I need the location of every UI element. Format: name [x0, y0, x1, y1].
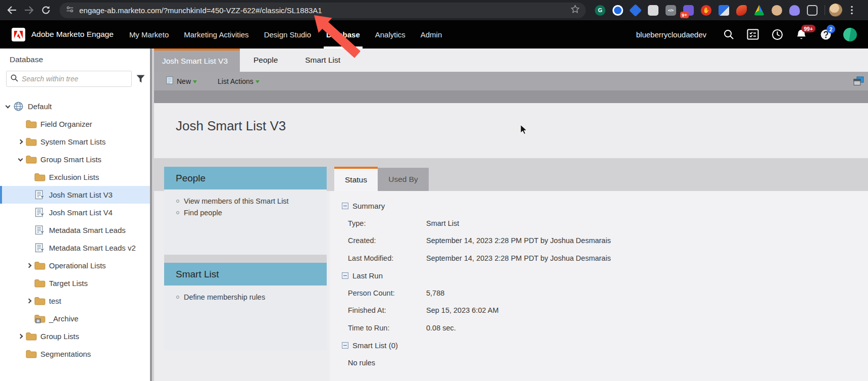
- search-icon[interactable]: [719, 24, 739, 44]
- tab-people[interactable]: People: [240, 49, 291, 72]
- browser-reload-button[interactable]: [37, 2, 55, 19]
- filter-funnel-icon[interactable]: [134, 74, 147, 83]
- browser-profile-avatar[interactable]: [829, 4, 842, 17]
- chevron-right-icon[interactable]: [16, 140, 25, 144]
- history-clock-icon[interactable]: [767, 24, 787, 44]
- panel-body: View members of this Smart ListFind peop…: [164, 189, 327, 255]
- sidebar-item-group-lists[interactable]: Group Lists: [0, 327, 150, 345]
- link-define-membership-rules[interactable]: Define membership rules: [176, 293, 322, 301]
- site-settings-icon[interactable]: [66, 5, 74, 16]
- tag-extension-icon[interactable]: [629, 4, 642, 16]
- translate-extension-icon[interactable]: [719, 5, 729, 16]
- status-row: Time to Run:0.08 sec.: [342, 319, 868, 337]
- panel-header-smart-list: Smart List: [164, 263, 327, 285]
- sidebar-item-josh-smart-list-v4[interactable]: Josh Smart List V4: [0, 204, 150, 221]
- list-actions-button[interactable]: List Actions: [215, 77, 260, 85]
- status-row-value: September 14, 2023 2:28 PM PDT by Joshua…: [426, 254, 611, 262]
- chevron-down-icon[interactable]: [16, 159, 25, 161]
- tree-item-label: Target Lists: [49, 279, 88, 288]
- nav-item-my-marketo[interactable]: My Marketo: [122, 20, 176, 49]
- bookmark-star-icon[interactable]: [571, 5, 580, 16]
- collapse-icon[interactable]: [342, 272, 348, 279]
- status-row-label: Finished At:: [348, 306, 426, 314]
- tree-item-label: Group Lists: [40, 332, 79, 341]
- blocker-extension-icon[interactable]: ✋: [701, 5, 711, 16]
- sidebar-item--archive[interactable]: _Archive: [0, 310, 150, 327]
- folder-icon: [34, 173, 45, 181]
- section-title: Summary: [352, 202, 385, 210]
- browser-extensions: G</>9+✋: [595, 5, 818, 16]
- link-label: Find people: [184, 209, 222, 217]
- url-text[interactable]: engage-ab.marketo.com/?munchkinId=450-VZ…: [79, 6, 571, 15]
- workspace-tabs: Josh Smart List V3 People Smart List: [154, 49, 868, 72]
- tree-item-label: System Smart Lists: [40, 137, 106, 146]
- search-input[interactable]: [22, 75, 127, 83]
- globe-icon: [13, 101, 24, 112]
- status-row: Finished At:Sep 15, 2023 6:02 AM: [342, 302, 868, 319]
- sidebar-item-test[interactable]: test: [0, 292, 150, 310]
- chevron-right-icon[interactable]: [16, 335, 25, 338]
- help-icon[interactable]: 2: [815, 24, 836, 44]
- browser-back-button[interactable]: [3, 2, 20, 19]
- detail-content: Josh Smart List V3 PeopleView members of…: [154, 103, 868, 381]
- nav-item-marketing-activities[interactable]: Marketing Activities: [176, 20, 256, 49]
- nav-item-database[interactable]: Database: [319, 20, 368, 49]
- nav-item-admin[interactable]: Admin: [413, 20, 450, 49]
- flame-extension-icon[interactable]: [736, 5, 747, 16]
- code-extension-icon[interactable]: </>: [666, 5, 676, 16]
- tab-used-by[interactable]: Used By: [378, 168, 429, 191]
- link-find-people[interactable]: Find people: [176, 209, 322, 217]
- folder-icon: [25, 137, 37, 146]
- smartlist-icon: [34, 190, 45, 200]
- notes-extension-icon[interactable]: [648, 5, 658, 16]
- chrome-menu-icon[interactable]: [843, 2, 860, 19]
- link-view-members-of-this-smart-list[interactable]: View members of this Smart List: [176, 197, 322, 205]
- bullet-icon: [176, 296, 179, 299]
- collapse-icon[interactable]: [342, 203, 348, 209]
- collapse-icon[interactable]: [342, 342, 348, 349]
- new-button[interactable]: New: [166, 76, 197, 86]
- status-row-label: Type:: [348, 219, 426, 227]
- nav-item-design-studio[interactable]: Design Studio: [257, 20, 319, 49]
- status-row: Created:September 14, 2023 2:28 PM PDT b…: [342, 232, 868, 250]
- sidebar-item-target-lists[interactable]: Target Lists: [0, 274, 150, 292]
- sidebar-item-segmentations[interactable]: Segmentations: [0, 345, 150, 363]
- sidebar-item-group-smart-lists[interactable]: Group Smart Lists: [0, 151, 150, 168]
- extension-badge: 9+: [680, 12, 689, 18]
- sidebar-item-josh-smart-list-v3[interactable]: Josh Smart List V3: [0, 186, 150, 204]
- puzzle-extension-icon[interactable]: [807, 5, 818, 16]
- user-avatar[interactable]: [840, 24, 860, 44]
- chevron-down-icon[interactable]: [3, 106, 13, 108]
- status-row-value: September 14, 2023 2:28 PM PDT by Joshua…: [426, 236, 611, 245]
- browser-forward-button[interactable]: [20, 2, 37, 19]
- tree-search-box[interactable]: [6, 71, 132, 87]
- sidebar-item-operational-lists[interactable]: Operational Lists: [0, 257, 150, 274]
- view-layout-icon[interactable]: [853, 76, 864, 88]
- account-name[interactable]: blueberrycloudaedev: [636, 30, 706, 39]
- sidebar-item-metadata-smart-leads[interactable]: Metadata Smart Leads: [0, 221, 150, 239]
- sidebar-item-default[interactable]: Default: [0, 98, 150, 115]
- help-badge: 2: [827, 25, 835, 33]
- avatar-extension-icon[interactable]: [772, 5, 782, 16]
- tab-status[interactable]: Status: [334, 167, 378, 191]
- status-tabs: Status Used By: [334, 167, 429, 191]
- chevron-right-icon[interactable]: [24, 264, 34, 267]
- address-bar[interactable]: engage-ab.marketo.com/?munchkinId=450-VZ…: [60, 3, 586, 18]
- weather-extension-icon[interactable]: 9+: [683, 5, 694, 16]
- chevron-right-icon[interactable]: [24, 299, 34, 303]
- notifications-bell-icon[interactable]: 99+: [791, 24, 811, 44]
- sidebar-item-exclusion-lists[interactable]: Exclusion Lists: [0, 168, 150, 186]
- marketo-top-nav: Adobe Marketo Engage My MarketoMarketing…: [0, 20, 868, 49]
- grammarly-extension-icon[interactable]: G: [595, 5, 605, 16]
- sidebar-item-field-organizer[interactable]: Field Organizer: [0, 115, 150, 133]
- drive-extension-icon[interactable]: [754, 5, 764, 16]
- sidebar-item-metadata-smart-leads-v2[interactable]: Metadata Smart Leads v2: [0, 239, 150, 257]
- tab-josh-smart-list-v3[interactable]: Josh Smart List V3: [154, 49, 240, 72]
- sidebar-item-system-smart-lists[interactable]: System Smart Lists: [0, 133, 150, 151]
- tab-smart-list[interactable]: Smart List: [291, 49, 354, 72]
- ghost-extension-icon[interactable]: [789, 5, 800, 16]
- tasks-icon[interactable]: [743, 24, 763, 44]
- nav-item-analytics[interactable]: Analytics: [368, 20, 413, 49]
- onepassword-extension-icon[interactable]: [612, 5, 623, 16]
- panel-header-people: People: [164, 167, 327, 189]
